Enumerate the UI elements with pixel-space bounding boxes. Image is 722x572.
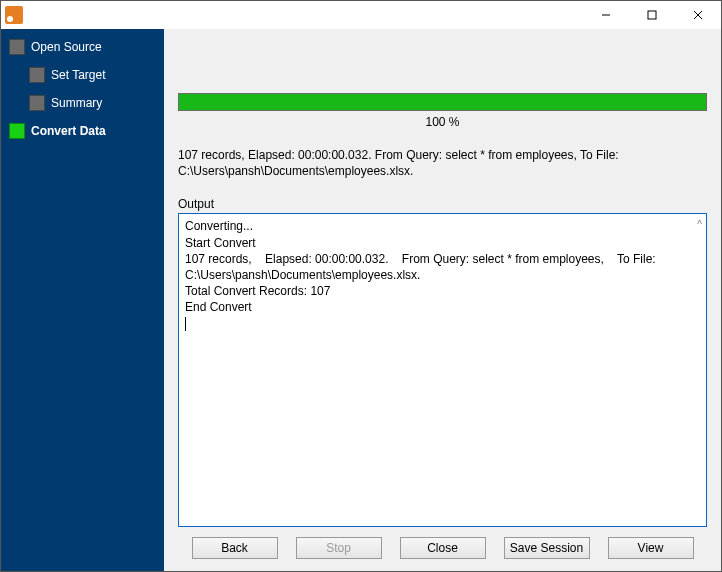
tree-node-icon [29, 95, 45, 111]
titlebar [1, 1, 721, 29]
sidebar-item-label: Summary [51, 96, 102, 110]
minimize-button[interactable] [583, 1, 629, 29]
app-icon [5, 6, 23, 24]
tree-node-icon [9, 39, 25, 55]
sidebar-item-label: Set Target [51, 68, 105, 82]
stop-button: Stop [296, 537, 382, 559]
maximize-button[interactable] [629, 1, 675, 29]
app-window: Open Source Set Target Summary Convert D… [0, 0, 722, 572]
progress-percent-label: 100 % [178, 115, 707, 129]
tree-node-active-icon [9, 123, 25, 139]
output-textarea[interactable]: Converting... Start Convert 107 records,… [178, 213, 707, 527]
tree-node-icon [29, 67, 45, 83]
sidebar-item-open-source[interactable]: Open Source [1, 33, 164, 61]
svg-rect-1 [648, 11, 656, 19]
progress-area: 100 % [178, 93, 707, 129]
sidebar-item-label: Open Source [31, 40, 102, 54]
close-window-button[interactable] [675, 1, 721, 29]
progress-bar [178, 93, 707, 111]
view-button[interactable]: View [608, 537, 694, 559]
output-content: Converting... Start Convert 107 records,… [185, 219, 659, 314]
sidebar-item-set-target[interactable]: Set Target [1, 61, 164, 89]
sidebar: Open Source Set Target Summary Convert D… [1, 29, 164, 571]
status-text: 107 records, Elapsed: 00:00:00.032. From… [178, 147, 707, 179]
button-row: Back Stop Close Save Session View [178, 527, 707, 563]
close-icon [693, 10, 703, 20]
text-cursor [185, 317, 186, 331]
sidebar-item-convert-data[interactable]: Convert Data [1, 117, 164, 145]
output-label: Output [178, 197, 707, 211]
body-row: Open Source Set Target Summary Convert D… [1, 29, 721, 571]
back-button[interactable]: Back [192, 537, 278, 559]
maximize-icon [647, 10, 657, 20]
main-panel: 100 % 107 records, Elapsed: 00:00:00.032… [164, 29, 721, 571]
scroll-up-icon: ^ [697, 218, 702, 232]
sidebar-item-label: Convert Data [31, 124, 106, 138]
close-button[interactable]: Close [400, 537, 486, 559]
save-session-button[interactable]: Save Session [504, 537, 590, 559]
minimize-icon [601, 10, 611, 20]
sidebar-item-summary[interactable]: Summary [1, 89, 164, 117]
